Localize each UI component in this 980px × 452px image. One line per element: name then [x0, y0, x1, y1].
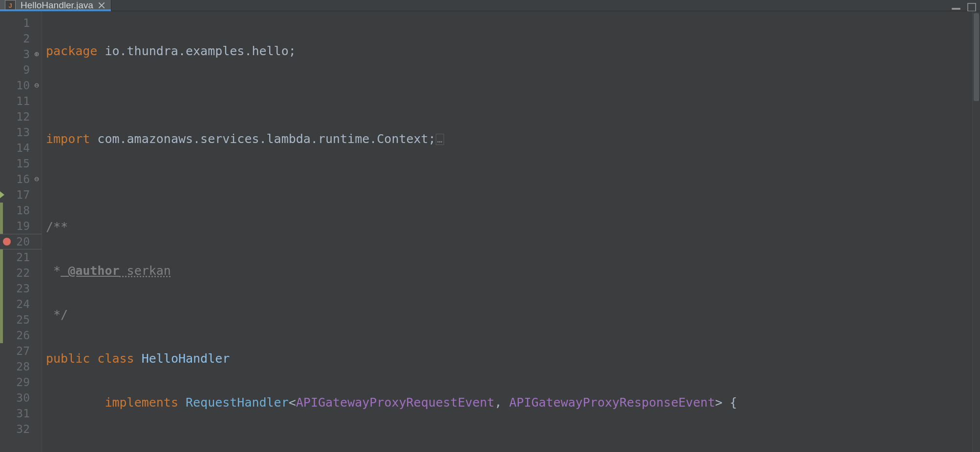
tab-filename: HelloHandler.java — [21, 0, 93, 11]
line-number: 26 — [16, 328, 30, 343]
package-path: io.thundra.examples.hello — [97, 44, 288, 58]
line-number: 14 — [16, 140, 30, 156]
author-name: serkan — [120, 264, 171, 278]
breakpoint-icon[interactable] — [3, 238, 11, 246]
line-number: 23 — [16, 281, 30, 296]
fold-ellipsis-icon[interactable]: … — [436, 134, 444, 145]
import-path: com.amazonaws.services.lambda.runtime.Co… — [90, 132, 428, 146]
line-number: 29 — [16, 374, 30, 390]
vcs-change-bar — [0, 265, 3, 281]
keyword: implements — [105, 395, 178, 410]
file-tab[interactable]: J HelloHandler.java — [0, 0, 111, 11]
semicolon: ; — [289, 44, 296, 58]
line-number: 15 — [16, 156, 30, 171]
line-number: 32 — [16, 421, 30, 437]
line-number: 10 — [16, 78, 30, 93]
line-number: 9 — [23, 62, 30, 78]
javadoc-star: * — [46, 264, 61, 278]
line-number: 28 — [16, 359, 30, 374]
vertical-scrollbar[interactable] — [972, 11, 980, 452]
vcs-change-bar — [0, 328, 3, 343]
line-number: 3 — [23, 46, 30, 62]
scrollbar-thumb[interactable] — [974, 13, 979, 101]
line-number: 31 — [16, 406, 30, 421]
vcs-change-bar — [0, 296, 3, 312]
change-marker-icon — [0, 191, 4, 198]
code-area[interactable]: package io.thundra.examples.hello; impor… — [42, 11, 972, 452]
svg-rect-0 — [952, 8, 960, 9]
tab-bar: J HelloHandler.java — [0, 0, 980, 11]
line-number: 21 — [16, 249, 30, 265]
keyword: import — [46, 132, 90, 146]
line-number: 19 — [16, 218, 30, 234]
editor-root: J HelloHandler.java 1 2 3⊕ 9 10⊖ 11 12 1… — [0, 0, 980, 452]
line-number: 16 — [16, 171, 30, 187]
vcs-change-bar — [0, 249, 3, 265]
line-number: 11 — [16, 93, 30, 109]
line-number: 13 — [16, 124, 30, 140]
svg-rect-1 — [968, 3, 976, 11]
close-icon[interactable] — [98, 2, 105, 9]
line-number: 30 — [16, 390, 30, 406]
line-number: 17 — [16, 187, 30, 203]
javadoc-open: /** — [46, 220, 68, 234]
line-number: 1 — [23, 15, 30, 31]
line-number: 22 — [16, 265, 30, 281]
expand-fold-icon[interactable]: ⊕ — [33, 50, 41, 58]
editor-body: 1 2 3⊕ 9 10⊖ 11 12 13 14 15 16⊖ 17 18 19… — [0, 11, 980, 452]
type-param: APIGatewayProxyRequestEvent — [296, 395, 494, 410]
class-name: HelloHandler — [134, 351, 230, 366]
vcs-change-bar — [0, 281, 3, 296]
brace: { — [723, 395, 737, 410]
collapse-fold-icon[interactable]: ⊖ — [33, 175, 41, 183]
line-number: 18 — [16, 203, 30, 218]
line-number: 27 — [16, 343, 30, 359]
collapse-fold-icon[interactable]: ⊖ — [33, 82, 41, 89]
keyword: public — [46, 351, 90, 366]
line-number: 12 — [16, 109, 30, 124]
javadoc-close: */ — [46, 308, 68, 322]
angle-close: > — [715, 395, 723, 410]
angle-open: < — [289, 395, 296, 410]
line-number-gutter[interactable]: 1 2 3⊕ 9 10⊖ 11 12 13 14 15 16⊖ 17 18 19… — [0, 11, 42, 452]
vcs-change-bar — [0, 312, 3, 328]
keyword: package — [46, 44, 97, 58]
type-param: APIGatewayProxyResponseEvent — [509, 395, 715, 410]
line-number: 20 — [16, 234, 30, 249]
java-file-icon: J — [5, 0, 16, 11]
vcs-change-bar — [0, 203, 3, 218]
interface-name: RequestHandler — [178, 395, 289, 410]
line-number: 25 — [16, 312, 30, 328]
line-number: 2 — [23, 31, 30, 46]
line-number: 24 — [16, 296, 30, 312]
javadoc-tag: @author — [61, 264, 119, 278]
comma: , — [494, 395, 509, 410]
vcs-change-bar — [0, 218, 3, 234]
semicolon: ; — [428, 132, 436, 146]
keyword: class — [90, 351, 134, 366]
